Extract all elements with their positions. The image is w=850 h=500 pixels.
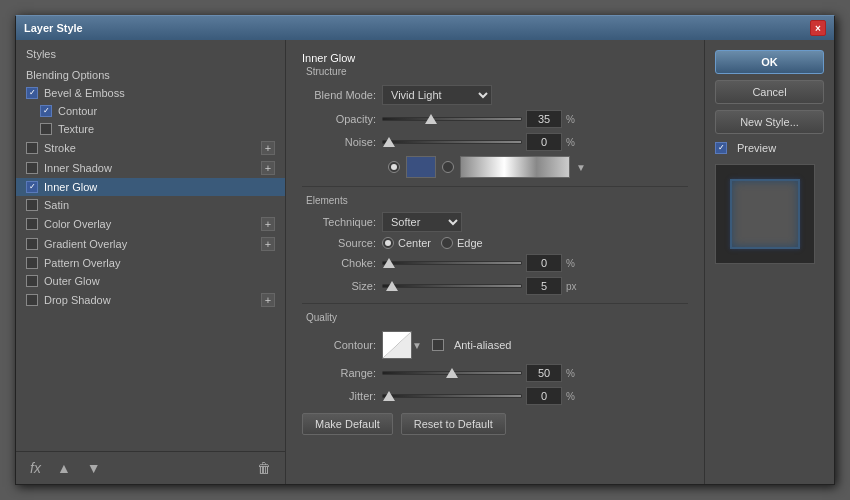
size-input[interactable] xyxy=(526,277,562,295)
contour-label: Contour xyxy=(58,105,97,117)
range-slider-container: % xyxy=(382,364,582,382)
sidebar-item-inner-glow[interactable]: Inner Glow xyxy=(16,178,285,196)
blending-options-label: Blending Options xyxy=(26,69,110,81)
anti-alias-label: Anti-aliased xyxy=(454,339,511,351)
stroke-add-button[interactable]: + xyxy=(261,141,275,155)
stroke-label: Stroke xyxy=(44,142,76,154)
source-group: Center Edge xyxy=(382,237,483,249)
action-buttons: Make Default Reset to Default xyxy=(302,413,688,435)
bevel-emboss-checkbox[interactable] xyxy=(26,87,38,99)
sidebar-item-contour[interactable]: Contour xyxy=(16,102,285,120)
contour-checkbox[interactable] xyxy=(40,105,52,117)
inner-glow-checkbox[interactable] xyxy=(26,181,38,193)
jitter-unit: % xyxy=(566,391,582,402)
size-slider-track[interactable] xyxy=(382,284,522,288)
sidebar-item-drop-shadow[interactable]: Drop Shadow + xyxy=(16,290,285,310)
jitter-input[interactable] xyxy=(526,387,562,405)
color-overlay-label: Color Overlay xyxy=(44,218,111,230)
source-edge-option[interactable]: Edge xyxy=(441,237,483,249)
noise-slider-container: % xyxy=(382,133,582,151)
source-center-option[interactable]: Center xyxy=(382,237,431,249)
blend-mode-select[interactable]: Vivid Light Normal Screen Overlay Soft L… xyxy=(382,85,492,105)
opacity-slider-thumb[interactable] xyxy=(425,114,437,124)
sidebar-item-gradient-overlay[interactable]: Gradient Overlay + xyxy=(16,234,285,254)
size-unit: px xyxy=(566,281,582,292)
sidebar-item-pattern-overlay[interactable]: Pattern Overlay xyxy=(16,254,285,272)
anti-alias-checkbox[interactable] xyxy=(432,339,444,351)
choke-input[interactable] xyxy=(526,254,562,272)
color-swatch[interactable] xyxy=(406,156,436,178)
sidebar-item-bevel-emboss[interactable]: Bevel & Emboss xyxy=(16,84,285,102)
range-slider-thumb[interactable] xyxy=(446,368,458,378)
inner-shadow-label: Inner Shadow xyxy=(44,162,112,174)
color-overlay-checkbox[interactable] xyxy=(26,218,38,230)
opacity-input[interactable] xyxy=(526,110,562,128)
gradient-radio[interactable] xyxy=(442,161,454,173)
outer-glow-checkbox[interactable] xyxy=(26,275,38,287)
size-slider-thumb[interactable] xyxy=(386,281,398,291)
sidebar-item-blending-options[interactable]: Blending Options xyxy=(16,66,285,84)
opacity-slider-track[interactable] xyxy=(382,117,522,121)
sidebar-item-satin[interactable]: Satin xyxy=(16,196,285,214)
source-center-radio[interactable] xyxy=(382,237,394,249)
solid-color-radio[interactable] xyxy=(388,161,400,173)
anti-alias-row: Anti-aliased xyxy=(432,339,511,351)
inner-shadow-checkbox[interactable] xyxy=(26,162,38,174)
gradient-overlay-checkbox[interactable] xyxy=(26,238,38,250)
preview-inner-layer xyxy=(730,179,800,249)
ok-button[interactable]: OK xyxy=(715,50,824,74)
technique-select[interactable]: Softer Precise xyxy=(382,212,462,232)
sidebar-item-stroke[interactable]: Stroke + xyxy=(16,138,285,158)
pattern-overlay-checkbox[interactable] xyxy=(26,257,38,269)
opacity-row: Opacity: % xyxy=(302,110,688,128)
texture-label: Texture xyxy=(58,123,94,135)
range-slider-track[interactable] xyxy=(382,371,522,375)
noise-input[interactable] xyxy=(526,133,562,151)
jitter-slider-thumb[interactable] xyxy=(383,391,395,401)
size-label: Size: xyxy=(302,280,382,292)
new-style-button[interactable]: New Style... xyxy=(715,110,824,134)
noise-row: Noise: % xyxy=(302,133,688,151)
color-overlay-add-button[interactable]: + xyxy=(261,217,275,231)
gradient-arrow[interactable]: ▼ xyxy=(576,162,586,173)
sidebar-item-outer-glow[interactable]: Outer Glow xyxy=(16,272,285,290)
elements-subtitle: Elements xyxy=(302,195,688,206)
jitter-slider-track[interactable] xyxy=(382,394,522,398)
texture-checkbox[interactable] xyxy=(40,123,52,135)
stroke-checkbox[interactable] xyxy=(26,142,38,154)
contour-thumbnail[interactable] xyxy=(382,331,412,359)
drop-shadow-add-button[interactable]: + xyxy=(261,293,275,307)
satin-label: Satin xyxy=(44,199,69,211)
source-row: Source: Center Edge xyxy=(302,237,688,249)
fx-button[interactable]: fx xyxy=(26,458,45,478)
reset-to-default-button[interactable]: Reset to Default xyxy=(401,413,506,435)
range-input[interactable] xyxy=(526,364,562,382)
inner-shadow-add-button[interactable]: + xyxy=(261,161,275,175)
move-up-button[interactable]: ▲ xyxy=(53,458,75,478)
delete-button[interactable]: 🗑 xyxy=(253,458,275,478)
source-edge-label: Edge xyxy=(457,237,483,249)
choke-slider-track[interactable] xyxy=(382,261,522,265)
close-button[interactable]: × xyxy=(810,20,826,36)
noise-slider-track[interactable] xyxy=(382,140,522,144)
contour-dropdown-arrow[interactable]: ▼ xyxy=(412,340,422,351)
contour-label: Contour: xyxy=(302,339,382,351)
drop-shadow-checkbox[interactable] xyxy=(26,294,38,306)
preview-checkbox[interactable] xyxy=(715,142,727,154)
dialog-body: Styles Blending Options Bevel & Emboss C… xyxy=(16,40,834,484)
sidebar-item-texture[interactable]: Texture xyxy=(16,120,285,138)
technique-row: Technique: Softer Precise xyxy=(302,212,688,232)
choke-slider-thumb[interactable] xyxy=(383,258,395,268)
noise-slider-thumb[interactable] xyxy=(383,137,395,147)
move-down-button[interactable]: ▼ xyxy=(83,458,105,478)
gradient-overlay-add-button[interactable]: + xyxy=(261,237,275,251)
source-edge-radio[interactable] xyxy=(441,237,453,249)
sidebar-item-color-overlay[interactable]: Color Overlay + xyxy=(16,214,285,234)
cancel-button[interactable]: Cancel xyxy=(715,80,824,104)
choke-slider-container: % xyxy=(382,254,582,272)
make-default-button[interactable]: Make Default xyxy=(302,413,393,435)
satin-checkbox[interactable] xyxy=(26,199,38,211)
choke-row: Choke: % xyxy=(302,254,688,272)
gradient-swatch[interactable] xyxy=(460,156,570,178)
sidebar-item-inner-shadow[interactable]: Inner Shadow + xyxy=(16,158,285,178)
